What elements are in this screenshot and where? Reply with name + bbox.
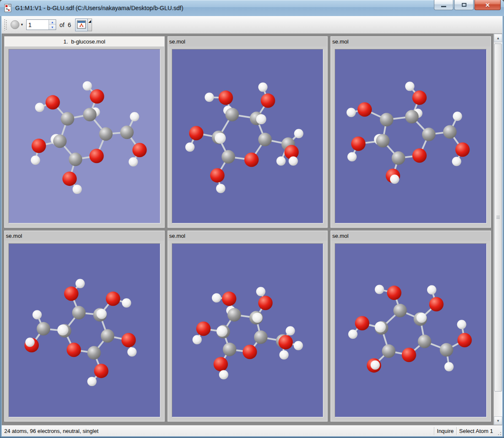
hydrogen-atom[interactable]	[256, 114, 266, 124]
carbon-atom[interactable]	[72, 306, 86, 319]
carbon-atom[interactable]	[376, 134, 390, 147]
hydrogen-atom[interactable]	[205, 92, 214, 102]
hydrogen-atom[interactable]	[371, 360, 380, 370]
hydrogen-atom[interactable]	[216, 184, 225, 193]
hydrogen-atom[interactable]	[279, 350, 288, 359]
scrollbar-thumb[interactable]	[494, 44, 502, 392]
carbon-atom[interactable]	[392, 151, 405, 165]
carbon-atom[interactable]	[422, 128, 436, 141]
oxygen-atom[interactable]	[351, 136, 366, 151]
carbon-atom[interactable]	[223, 343, 236, 356]
carbon-atom[interactable]	[443, 125, 457, 139]
carbon-atom[interactable]	[258, 133, 271, 146]
hydrogen-atom[interactable]	[76, 279, 85, 288]
hydrogen-atom[interactable]	[31, 155, 40, 165]
carbon-atom[interactable]	[393, 304, 407, 317]
oxygen-atom[interactable]	[412, 90, 427, 105]
carbon-atom[interactable]	[101, 329, 114, 343]
hydrogen-atom[interactable]	[288, 156, 298, 166]
carbon-atom[interactable]	[99, 127, 113, 141]
hydrogen-atom[interactable]	[219, 370, 228, 379]
oxygen-atom[interactable]	[244, 152, 258, 167]
molecule-viewport[interactable]	[172, 49, 324, 223]
close-button[interactable]: ✕	[474, 0, 501, 10]
oxygen-atom[interactable]	[133, 143, 147, 157]
oxygen-atom[interactable]	[260, 93, 275, 108]
title-bar[interactable]: G1:M1:V1 - b-GLU.sdf (C:/Users/nakayama/…	[0, 0, 504, 16]
oxygen-atom[interactable]	[412, 148, 427, 163]
oxygen-atom[interactable]	[90, 89, 104, 103]
carbon-atom[interactable]	[418, 335, 431, 348]
hydrogen-atom[interactable]	[256, 287, 265, 296]
hydrogen-atom[interactable]	[127, 347, 137, 356]
carbon-atom[interactable]	[83, 108, 97, 121]
hydrogen-atom[interactable]	[405, 82, 415, 91]
molecule-viewport[interactable]	[8, 49, 160, 223]
molecule-panel-5[interactable]: se.mol	[168, 231, 328, 422]
hydrogen-atom[interactable]	[192, 335, 202, 344]
hydrogen-atom[interactable]	[57, 324, 68, 335]
oxygen-atom[interactable]	[189, 126, 203, 140]
oxygen-atom[interactable]	[196, 321, 211, 336]
molecule-panel-1[interactable]: 1. b-glucose.mol	[4, 36, 165, 228]
toolbar-grip[interactable]	[4, 19, 7, 30]
oxygen-atom[interactable]	[222, 291, 236, 306]
hydrogen-atom[interactable]	[185, 142, 195, 152]
resize-grip[interactable]	[496, 425, 502, 436]
molecule-viewport[interactable]	[335, 243, 487, 418]
oxygen-atom[interactable]	[219, 90, 233, 105]
carbon-atom[interactable]	[53, 134, 67, 148]
carbon-atom[interactable]	[440, 343, 453, 356]
hydrogen-atom[interactable]	[252, 313, 262, 323]
carbon-atom[interactable]	[37, 322, 50, 335]
molecule-viewport[interactable]	[335, 49, 487, 223]
oxygen-atom[interactable]	[387, 286, 401, 300]
hydrogen-atom[interactable]	[35, 103, 44, 112]
oxygen-atom[interactable]	[402, 348, 416, 362]
carbon-atom[interactable]	[405, 110, 419, 123]
oxygen-atom[interactable]	[429, 297, 444, 311]
oxygen-atom[interactable]	[122, 333, 136, 347]
oxygen-atom[interactable]	[64, 286, 79, 301]
hydrogen-atom[interactable]	[285, 326, 295, 335]
hydrogen-atom[interactable]	[347, 152, 357, 161]
carbon-atom[interactable]	[69, 152, 82, 166]
hydrogen-atom[interactable]	[217, 326, 228, 337]
oxygen-atom[interactable]	[455, 142, 470, 157]
oxygen-atom[interactable]	[89, 149, 104, 163]
oxygen-atom[interactable]	[258, 296, 272, 310]
carbon-atom[interactable]	[254, 330, 267, 344]
hydrogen-atom[interactable]	[427, 285, 436, 294]
oxygen-atom[interactable]	[210, 168, 225, 182]
oxygen-atom[interactable]	[46, 95, 60, 109]
spin-up-button[interactable]: ▲	[49, 20, 56, 25]
hydrogen-atom[interactable]	[375, 321, 386, 332]
animation-button[interactable]	[75, 19, 88, 31]
spin-down-button[interactable]: ▼	[49, 25, 56, 30]
molecule-viewport[interactable]	[172, 243, 324, 418]
hydrogen-atom[interactable]	[457, 320, 466, 329]
hydrogen-atom[interactable]	[453, 112, 462, 121]
hydrogen-atom[interactable]	[417, 313, 427, 323]
hydrogen-atom[interactable]	[215, 133, 226, 144]
vertical-scrollbar[interactable]: ▲ ▼	[493, 34, 502, 425]
oxygen-atom[interactable]	[67, 343, 81, 357]
hydrogen-atom[interactable]	[258, 82, 267, 92]
animation-split-handle[interactable]: ◢	[88, 19, 92, 31]
carbon-atom[interactable]	[225, 108, 239, 121]
molecule-panel-2[interactable]: se.mol	[168, 36, 328, 228]
molecule-panel-3[interactable]: se.mol	[331, 36, 491, 228]
hydrogen-atom[interactable]	[25, 337, 35, 347]
hydrogen-atom[interactable]	[97, 309, 107, 319]
hydrogen-atom[interactable]	[452, 157, 461, 166]
hydrogen-atom[interactable]	[347, 108, 356, 117]
oxygen-atom[interactable]	[458, 333, 472, 347]
oxygen-atom[interactable]	[358, 102, 372, 117]
oxygen-atom[interactable]	[106, 291, 120, 306]
molecule-viewport[interactable]	[8, 243, 160, 418]
atom-sphere-button[interactable]: ▼	[11, 20, 24, 29]
hydrogen-atom[interactable]	[130, 112, 139, 121]
hydrogen-atom[interactable]	[348, 329, 358, 339]
carbon-atom[interactable]	[87, 346, 101, 359]
carbon-atom[interactable]	[61, 112, 74, 125]
